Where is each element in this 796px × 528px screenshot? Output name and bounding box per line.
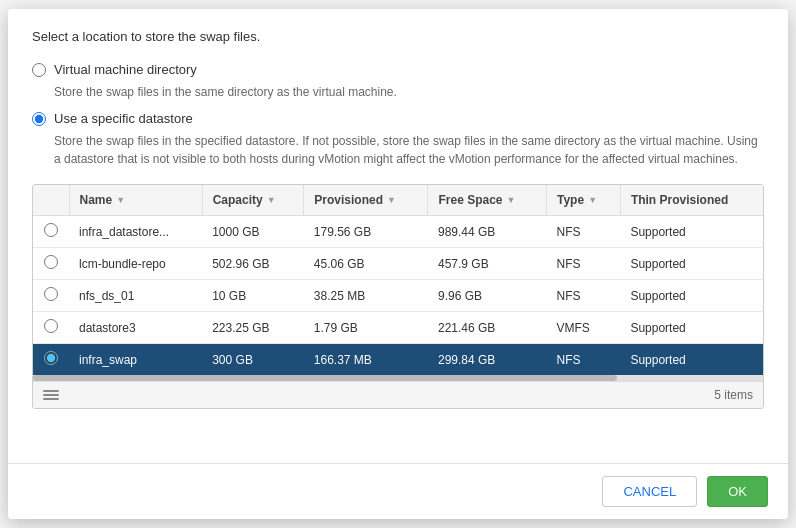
option-vm-dir-desc: Store the swap files in the same directo… — [54, 83, 764, 101]
th-type[interactable]: Type ▼ — [547, 185, 621, 216]
th-capacity[interactable]: Capacity ▼ — [202, 185, 304, 216]
row-radio[interactable] — [44, 223, 58, 237]
th-free-space[interactable]: Free Space ▼ — [428, 185, 547, 216]
cell-name: lcm-bundle-repo — [69, 248, 202, 280]
cell-capacity: 300 GB — [202, 344, 304, 376]
datastore-table-container: Name ▼ Capacity ▼ Provis — [32, 184, 764, 409]
cell-free-space: 457.9 GB — [428, 248, 547, 280]
th-provisioned[interactable]: Provisioned ▼ — [304, 185, 428, 216]
cell-provisioned: 38.25 MB — [304, 280, 428, 312]
table-row[interactable]: infra_datastore... 1000 GB 179.56 GB 989… — [33, 216, 763, 248]
cell-thin-provisioned: Supported — [620, 216, 763, 248]
radio-vm-dir[interactable] — [32, 63, 46, 77]
table-body: infra_datastore... 1000 GB 179.56 GB 989… — [33, 216, 763, 376]
cell-name: infra_datastore... — [69, 216, 202, 248]
col-lines-icon — [43, 390, 59, 400]
horizontal-scrollbar[interactable] — [33, 375, 763, 381]
cell-free-space: 221.46 GB — [428, 312, 547, 344]
table-header-row: Name ▼ Capacity ▼ Provis — [33, 185, 763, 216]
table-row[interactable]: lcm-bundle-repo 502.96 GB 45.06 GB 457.9… — [33, 248, 763, 280]
dialog-body: Select a location to store the swap file… — [8, 9, 788, 463]
sort-provisioned-icon: ▼ — [387, 195, 396, 205]
sort-freespace-icon: ▼ — [507, 195, 516, 205]
instruction-text: Select a location to store the swap file… — [32, 29, 764, 44]
ok-button[interactable]: OK — [707, 476, 768, 507]
sort-capacity-icon: ▼ — [267, 195, 276, 205]
cell-free-space: 9.96 GB — [428, 280, 547, 312]
cell-thin-provisioned: Supported — [620, 344, 763, 376]
option-specific-ds-desc: Store the swap files in the specified da… — [54, 132, 764, 168]
datastore-table: Name ▼ Capacity ▼ Provis — [33, 185, 763, 375]
row-radio-cell[interactable] — [33, 280, 69, 312]
cell-type: NFS — [547, 344, 621, 376]
th-name[interactable]: Name ▼ — [69, 185, 202, 216]
th-thin-provisioned[interactable]: Thin Provisioned — [620, 185, 763, 216]
cell-capacity: 1000 GB — [202, 216, 304, 248]
dialog-footer: CANCEL OK — [8, 463, 788, 519]
cell-type: NFS — [547, 248, 621, 280]
row-radio[interactable] — [44, 255, 58, 269]
row-radio-cell[interactable] — [33, 312, 69, 344]
cell-provisioned: 179.56 GB — [304, 216, 428, 248]
table-footer: 5 items — [33, 381, 763, 408]
sort-type-icon: ▼ — [588, 195, 597, 205]
option-specific-ds[interactable]: Use a specific datastore — [32, 111, 764, 126]
columns-toggle-icon[interactable] — [43, 390, 59, 400]
cell-thin-provisioned: Supported — [620, 312, 763, 344]
cell-thin-provisioned: Supported — [620, 280, 763, 312]
cell-capacity: 223.25 GB — [202, 312, 304, 344]
table-row[interactable]: datastore3 223.25 GB 1.79 GB 221.46 GB V… — [33, 312, 763, 344]
radio-specific-ds[interactable] — [32, 112, 46, 126]
row-radio[interactable] — [44, 287, 58, 301]
cell-type: NFS — [547, 280, 621, 312]
cell-type: VMFS — [547, 312, 621, 344]
row-radio-cell[interactable] — [33, 248, 69, 280]
cell-type: NFS — [547, 216, 621, 248]
cell-provisioned: 1.79 GB — [304, 312, 428, 344]
option-specific-ds-label[interactable]: Use a specific datastore — [54, 111, 193, 126]
cell-capacity: 10 GB — [202, 280, 304, 312]
scrollbar-thumb — [33, 375, 617, 381]
cancel-button[interactable]: CANCEL — [602, 476, 697, 507]
cell-name: infra_swap — [69, 344, 202, 376]
cell-free-space: 299.84 GB — [428, 344, 547, 376]
cell-name: nfs_ds_01 — [69, 280, 202, 312]
row-radio-cell[interactable] — [33, 344, 69, 376]
th-radio — [33, 185, 69, 216]
item-count: 5 items — [714, 388, 753, 402]
table-row[interactable]: nfs_ds_01 10 GB 38.25 MB 9.96 GB NFS Sup… — [33, 280, 763, 312]
cell-provisioned: 45.06 GB — [304, 248, 428, 280]
cell-name: datastore3 — [69, 312, 202, 344]
row-radio[interactable] — [44, 351, 58, 365]
sort-name-icon: ▼ — [116, 195, 125, 205]
cell-capacity: 502.96 GB — [202, 248, 304, 280]
swap-location-dialog: Select a location to store the swap file… — [8, 9, 788, 519]
cell-thin-provisioned: Supported — [620, 248, 763, 280]
cell-free-space: 989.44 GB — [428, 216, 547, 248]
row-radio[interactable] — [44, 319, 58, 333]
option-vm-dir-label[interactable]: Virtual machine directory — [54, 62, 197, 77]
cell-provisioned: 166.37 MB — [304, 344, 428, 376]
option-vm-dir[interactable]: Virtual machine directory — [32, 62, 764, 77]
row-radio-cell[interactable] — [33, 216, 69, 248]
table-row[interactable]: infra_swap 300 GB 166.37 MB 299.84 GB NF… — [33, 344, 763, 376]
